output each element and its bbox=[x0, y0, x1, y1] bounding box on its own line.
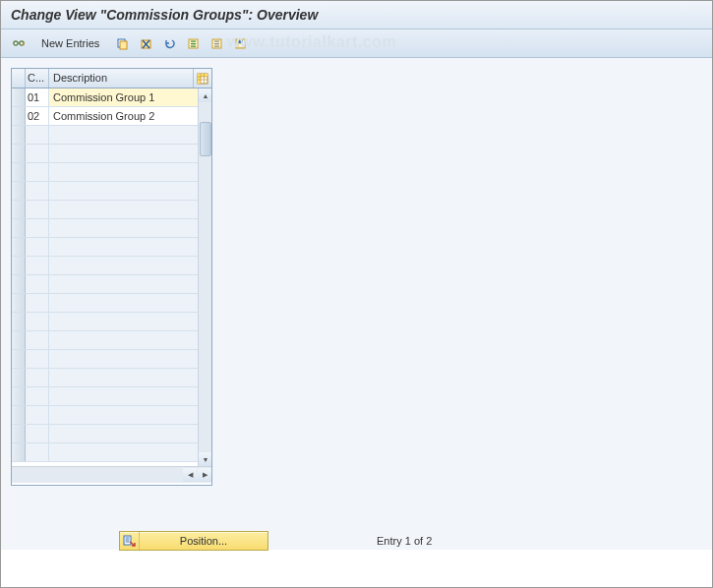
table-row-empty[interactable] bbox=[12, 275, 198, 294]
undo-button[interactable] bbox=[159, 33, 179, 53]
cell-description[interactable]: Commission Group 2 bbox=[49, 107, 198, 125]
row-selector[interactable] bbox=[12, 387, 26, 405]
table-row-empty[interactable] bbox=[12, 425, 198, 443]
cell-description[interactable] bbox=[49, 163, 198, 181]
table-row-empty[interactable] bbox=[12, 313, 198, 331]
table-row-empty[interactable] bbox=[12, 219, 198, 238]
cell-code[interactable] bbox=[26, 275, 49, 293]
cell-description[interactable] bbox=[49, 219, 198, 237]
deselect-all-button[interactable] bbox=[207, 33, 226, 53]
table-row-empty[interactable] bbox=[12, 406, 198, 425]
cell-description[interactable] bbox=[49, 443, 198, 461]
cell-code[interactable] bbox=[26, 126, 49, 144]
cell-code[interactable] bbox=[26, 350, 49, 368]
cell-description[interactable] bbox=[49, 275, 198, 293]
row-selector[interactable] bbox=[12, 107, 26, 125]
cell-code[interactable] bbox=[26, 406, 49, 424]
row-selector[interactable] bbox=[12, 163, 26, 181]
cell-description[interactable] bbox=[49, 331, 198, 349]
row-selector[interactable] bbox=[12, 257, 26, 274]
cell-code[interactable] bbox=[26, 443, 49, 461]
cell-description[interactable] bbox=[49, 145, 198, 162]
row-selector[interactable] bbox=[12, 294, 26, 312]
row-selector[interactable] bbox=[12, 275, 26, 293]
row-selector[interactable] bbox=[12, 88, 26, 106]
cell-description[interactable] bbox=[49, 425, 198, 442]
row-selector[interactable] bbox=[12, 425, 26, 442]
cell-code[interactable] bbox=[26, 145, 49, 162]
cell-description[interactable] bbox=[49, 182, 198, 200]
row-selector[interactable] bbox=[12, 145, 26, 162]
cell-code[interactable] bbox=[26, 201, 49, 218]
row-selector[interactable] bbox=[12, 201, 26, 218]
cell-code[interactable] bbox=[26, 238, 49, 256]
scroll-right-button[interactable]: ▶ bbox=[198, 468, 211, 482]
table-row-empty[interactable] bbox=[12, 443, 198, 462]
toggle-button[interactable] bbox=[9, 33, 29, 53]
cell-code[interactable]: 02 bbox=[26, 107, 49, 125]
column-description[interactable]: Description bbox=[49, 69, 194, 88]
new-entries-button[interactable]: New Entries bbox=[32, 34, 108, 52]
table-row-empty[interactable] bbox=[12, 126, 198, 145]
delete-button[interactable] bbox=[136, 33, 155, 53]
row-selector[interactable] bbox=[12, 182, 26, 200]
cell-code[interactable] bbox=[26, 387, 49, 405]
cell-description[interactable] bbox=[49, 238, 198, 256]
cell-description[interactable] bbox=[49, 350, 198, 368]
table-row-empty[interactable] bbox=[12, 163, 198, 182]
row-selector[interactable] bbox=[12, 313, 26, 330]
table-row-empty[interactable] bbox=[12, 257, 198, 275]
row-selector[interactable] bbox=[12, 331, 26, 349]
table-row-empty[interactable] bbox=[12, 182, 198, 201]
table-row-empty[interactable] bbox=[12, 387, 198, 406]
row-selector[interactable] bbox=[12, 369, 26, 386]
cell-code[interactable] bbox=[26, 219, 49, 237]
cell-description[interactable] bbox=[49, 369, 198, 386]
scroll-left-button[interactable]: ◀ bbox=[183, 468, 197, 482]
scroll-up-button[interactable]: ▲ bbox=[199, 88, 211, 102]
cell-description[interactable] bbox=[49, 406, 198, 424]
cell-description[interactable]: Commission Group 1 bbox=[49, 88, 198, 106]
cell-description[interactable] bbox=[49, 257, 198, 274]
column-selector[interactable] bbox=[12, 69, 26, 88]
table-row[interactable]: 02Commission Group 2 bbox=[12, 107, 198, 126]
table-settings-button[interactable] bbox=[194, 69, 211, 88]
cell-code[interactable] bbox=[26, 425, 49, 442]
scroll-thumb[interactable] bbox=[200, 122, 211, 156]
cell-code[interactable] bbox=[26, 182, 49, 200]
cell-code[interactable]: 01 bbox=[26, 88, 49, 106]
cell-code[interactable] bbox=[26, 163, 49, 181]
cell-description[interactable] bbox=[49, 294, 198, 312]
row-selector[interactable] bbox=[12, 126, 26, 144]
cell-description[interactable] bbox=[49, 387, 198, 405]
table-row-empty[interactable] bbox=[12, 350, 198, 369]
table-row-empty[interactable] bbox=[12, 201, 198, 219]
cell-description[interactable] bbox=[49, 201, 198, 218]
cell-code[interactable] bbox=[26, 331, 49, 349]
table-row-empty[interactable] bbox=[12, 294, 198, 313]
cell-code[interactable] bbox=[26, 369, 49, 386]
scroll-track[interactable] bbox=[199, 102, 211, 452]
row-selector[interactable] bbox=[12, 406, 26, 424]
table-row-empty[interactable] bbox=[12, 145, 198, 163]
cell-description[interactable] bbox=[49, 126, 198, 144]
row-selector[interactable] bbox=[12, 238, 26, 256]
cell-code[interactable] bbox=[26, 257, 49, 274]
table-row-empty[interactable] bbox=[12, 331, 198, 350]
cell-code[interactable] bbox=[26, 294, 49, 312]
row-selector[interactable] bbox=[12, 219, 26, 237]
row-selector[interactable] bbox=[12, 443, 26, 461]
horizontal-scrollbar[interactable]: ◀ ▶ bbox=[12, 466, 211, 483]
copy-button[interactable] bbox=[112, 33, 132, 53]
scroll-down-button[interactable]: ▼ bbox=[199, 452, 211, 466]
column-code[interactable]: C... bbox=[26, 69, 49, 88]
row-selector[interactable] bbox=[12, 350, 26, 368]
position-button[interactable]: Position... bbox=[119, 531, 268, 551]
table-row-empty[interactable] bbox=[12, 369, 198, 387]
cell-code[interactable] bbox=[26, 313, 49, 330]
vertical-scrollbar[interactable]: ▲ ▼ bbox=[198, 88, 211, 466]
table-row[interactable]: 01Commission Group 1 bbox=[12, 88, 198, 107]
cell-description[interactable] bbox=[49, 313, 198, 330]
select-all-button[interactable] bbox=[183, 33, 203, 53]
table-row-empty[interactable] bbox=[12, 238, 198, 257]
